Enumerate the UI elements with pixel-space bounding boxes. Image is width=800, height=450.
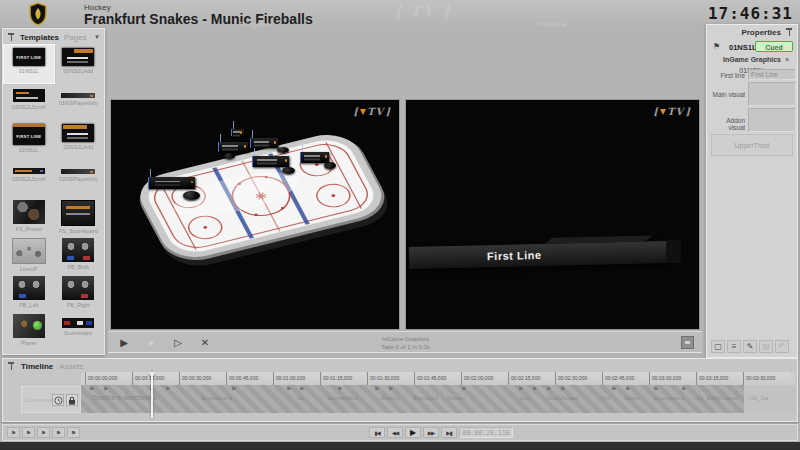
undo-button[interactable]: ↶ (775, 340, 789, 353)
flag-marker-icon[interactable]: ⚑ (89, 385, 94, 392)
window-bottom-strip (0, 442, 800, 450)
templates-grid: FIRST LINE01NS1L01NS2LAdd01NS2LScroll01N… (4, 45, 103, 353)
template-item-PB_Left[interactable]: PB_Left (4, 273, 54, 311)
template-item-LineUP[interactable]: LineUP (4, 235, 54, 273)
marker-next-button[interactable]: ⚑ (52, 427, 65, 438)
cued-page-row: ⚑ 01NS1L Cued (711, 41, 793, 53)
upperthird-button[interactable]: UpperThird (711, 134, 793, 156)
status-line1: InGame Graphics (333, 335, 478, 343)
marker-first-button[interactable]: ⚑ (7, 427, 20, 438)
timecode-display: 00:00:20,116 (459, 427, 513, 438)
timeline-track[interactable]: Timeline is deactivated ⚑⚑⚑⚑⚑⚑⚑⚑⚑⚑⚑⚑⚑⚑⚑⚑… (81, 385, 795, 413)
flag-marker-icon[interactable]: ⚑ (165, 385, 170, 392)
flag-marker-icon[interactable]: ⚑ (286, 385, 291, 392)
chevron-down-icon[interactable]: ▼ (94, 34, 100, 40)
ruler-tick: 00:01:45,000 (414, 372, 461, 385)
flag-marker-icon[interactable]: ⚑ (388, 385, 393, 392)
group-header-ingame-graphics[interactable]: InGame Graphics × (711, 56, 793, 66)
timeline-ruler[interactable]: 00:00:00,00000:00:15,00000:00:30,00000:0… (81, 372, 795, 386)
fullscreen-button[interactable] (681, 336, 694, 349)
list-button[interactable]: ≡ (727, 340, 741, 353)
template-thumbnail (12, 238, 46, 264)
application-window: Hockey Frankfurt Snakes - Munic Fireball… (0, 0, 800, 450)
flag-marker-icon[interactable]: ⚑ (374, 385, 379, 392)
player-nameplate (252, 156, 289, 167)
flag-marker-icon[interactable]: ⚑ (653, 385, 658, 392)
flag-marker-icon[interactable]: ⚑ (518, 385, 523, 392)
flame-icon (360, 109, 366, 115)
flag-icon: ⚑ (713, 42, 720, 51)
addon-visual-field[interactable] (748, 108, 796, 132)
template-item-02NS2LScroll[interactable]: 02NS2LScroll (4, 159, 54, 197)
playhead-line[interactable] (151, 372, 153, 418)
fast-forward-button[interactable]: ▶▶ (423, 427, 439, 438)
clear-button[interactable]: ✕ (196, 334, 214, 350)
pin-icon[interactable] (7, 33, 15, 42)
take-button[interactable]: ▶ (115, 334, 133, 350)
clip-label: Boxing (381, 395, 399, 401)
template-thumbnail (13, 200, 45, 224)
template-item-Scoreboard[interactable]: Scoreboard (54, 311, 104, 349)
flag-marker-icon[interactable]: ⚑ (103, 385, 108, 392)
player-nameplate (218, 142, 248, 152)
rewind-button[interactable]: ◀◀ (387, 427, 403, 438)
template-item-FS_Scoreboard[interactable]: FS_Scoreboard (54, 197, 104, 235)
template-item-Player[interactable]: Player (4, 311, 54, 349)
flag-marker-icon[interactable]: ⚑ (299, 385, 304, 392)
tab-pages[interactable]: Pages (64, 33, 87, 42)
template-item-02NSPlayerInfo[interactable]: 02NSPlayerInfo (54, 159, 104, 197)
template-label: FS_Promo (16, 226, 42, 232)
template-item-01NS2LAdd[interactable]: 01NS2LAdd (54, 45, 104, 83)
skip-start-button[interactable]: ▮◀ (369, 427, 385, 438)
marker-remove-button[interactable]: ⚑ (67, 427, 80, 438)
clock-button[interactable] (52, 394, 64, 406)
tab-templates[interactable]: Templates (20, 33, 59, 42)
close-icon[interactable]: × (785, 56, 789, 63)
first-line-field[interactable] (748, 69, 796, 80)
flag-marker-icon[interactable]: ⚑ (611, 385, 616, 392)
marker-add-button[interactable]: ⚑ (37, 427, 50, 438)
clock-icon (54, 396, 63, 405)
template-item-02NS1L[interactable]: FIRST LINE02NS1L (4, 121, 54, 159)
player-puck (324, 162, 336, 169)
template-item-01NS2LScroll[interactable]: 01NS2LScroll (4, 83, 54, 121)
template-item-FS_Promo[interactable]: FS_Promo (4, 197, 54, 235)
flag-marker-icon[interactable]: ⚑ (231, 385, 236, 392)
templates-panel-header: Templates Pages ▼ (3, 29, 104, 44)
skip-end-button[interactable]: ▶▮ (441, 427, 457, 438)
marker-prev-button[interactable]: ⚑ (22, 427, 35, 438)
record-button[interactable]: ● (142, 334, 160, 350)
pin-icon[interactable] (785, 28, 793, 37)
flag-marker-icon[interactable]: ⚑ (681, 385, 686, 392)
flag-marker-icon[interactable]: ⚑ (532, 385, 537, 392)
main-visual-field[interactable] (748, 82, 796, 106)
channel-watermark: [ TV ] (395, 3, 451, 19)
preview-monitor[interactable]: [ TV ] First Line (405, 99, 700, 330)
new-page-button[interactable]: ▢ (711, 340, 725, 353)
cued-status-button[interactable]: Cued (755, 41, 793, 52)
template-thumbnail (62, 238, 94, 262)
flag-marker-icon[interactable]: ⚑ (546, 385, 551, 392)
tab-timeline[interactable]: Timeline (21, 362, 53, 371)
save-button[interactable]: ▤ (759, 340, 773, 353)
cue-button[interactable]: ▷ (169, 334, 187, 350)
template-label: Player (21, 340, 37, 346)
edit-button[interactable]: ✎ (743, 340, 757, 353)
lock-button[interactable] (66, 394, 78, 406)
connected-label: Connected (24, 397, 53, 403)
clip-label: Sc (297, 395, 304, 401)
template-item-PB_Both[interactable]: PB_Both (54, 235, 104, 273)
flag-marker-icon[interactable]: ⚑ (337, 385, 342, 392)
pin-icon[interactable] (7, 362, 15, 371)
ruler-tick: 00:01:30,000 (367, 372, 414, 385)
program-monitor[interactable]: [ TV ] (110, 99, 400, 330)
flag-marker-icon[interactable]: ⚑ (560, 385, 565, 392)
tab-assets[interactable]: Assets (59, 362, 83, 371)
flag-marker-icon[interactable]: ⚑ (625, 385, 630, 392)
template-item-01NSPlayerInfo[interactable]: 01NSPlayerInfo (54, 83, 104, 121)
flag-marker-icon[interactable]: ⚑ (461, 385, 466, 392)
template-item-02NS2LAdd[interactable]: 02NS2LAdd (54, 121, 104, 159)
template-item-PB_Right[interactable]: PB_Right (54, 273, 104, 311)
play-button[interactable]: ▶ (405, 427, 421, 438)
template-item-01NS1L[interactable]: FIRST LINE01NS1L (4, 45, 54, 83)
